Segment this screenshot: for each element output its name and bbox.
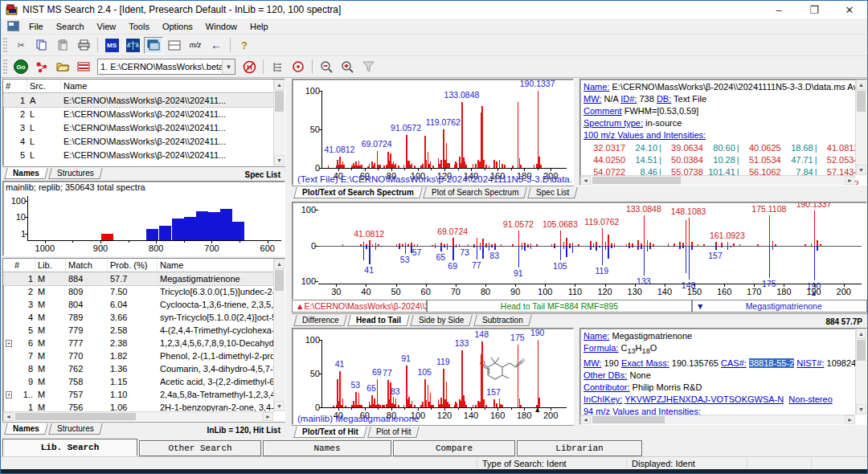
h2t-tab[interactable]: Subtraction bbox=[473, 315, 531, 326]
hyperlink[interactable]: Exact Mass: bbox=[621, 358, 669, 368]
hit-list-vscrollbar[interactable]: ▲▼ bbox=[273, 259, 285, 411]
hit-list-row[interactable]: 9M7581.15Acetic acid, 3-(2,2-dimethyl-6-… bbox=[3, 375, 285, 388]
spec-list-tab[interactable]: Names bbox=[4, 168, 47, 179]
substructure-tree-icon[interactable] bbox=[268, 59, 287, 76]
column-header[interactable]: # bbox=[3, 259, 35, 272]
hit-list-row[interactable]: 7M7701.82Phenol, 2-(1,1-dimethyl-2-prope… bbox=[3, 349, 285, 362]
back-arrow-icon[interactable]: ← bbox=[207, 37, 226, 54]
menu-help[interactable]: Help bbox=[244, 20, 275, 33]
hit-list-tab[interactable]: Names bbox=[4, 423, 47, 435]
h2t-tab[interactable]: Difference bbox=[293, 315, 347, 326]
main-tab-librarian[interactable]: Librarian bbox=[517, 440, 642, 456]
column-header[interactable]: Prob. (%) bbox=[108, 259, 158, 272]
spec-list-row[interactable]: 2LE:\CERNO\MassWorks\β-2024\\202411... bbox=[3, 107, 285, 121]
main-tab-other-search[interactable]: Other Search bbox=[139, 440, 261, 456]
chevron-down-icon[interactable]: ▼ bbox=[222, 59, 235, 74]
hit-info-hscrollbar[interactable]: ◄► bbox=[580, 415, 855, 424]
menu-window[interactable]: Window bbox=[199, 20, 244, 33]
search-info-vscrollbar[interactable]: ▲▼ bbox=[855, 80, 866, 175]
spec-list-row[interactable]: 1AE:\CERNO\MassWorks\β-2024\\202411... bbox=[3, 93, 285, 107]
expand-toggle[interactable]: + bbox=[3, 391, 14, 398]
help-icon[interactable]: ? bbox=[235, 37, 254, 54]
copy-icon[interactable] bbox=[32, 37, 51, 54]
paste-icon[interactable] bbox=[53, 37, 72, 54]
hyperlink[interactable]: CAS#: bbox=[721, 358, 747, 368]
libraries-icon[interactable] bbox=[123, 37, 142, 54]
hit-plot-tab[interactable]: Plot of Hit bbox=[367, 427, 420, 438]
spec-list-tab[interactable]: Structures bbox=[48, 168, 102, 179]
column-header[interactable]: Name bbox=[61, 80, 285, 92]
column-header[interactable]: Src. bbox=[27, 80, 61, 92]
mdi-child-icon[interactable] bbox=[7, 21, 19, 31]
h2t-tab[interactable]: Head to Tail bbox=[348, 315, 410, 326]
hit-list-row[interactable]: 2M8097.50Tricyclo[6.3.0.0(1,5)]undec-2-e… bbox=[3, 285, 285, 298]
filter-icon[interactable] bbox=[358, 59, 378, 76]
hit-list-row[interactable]: +6M7772.381,2,3,4,5,6,7,8,9,10-Decahydro… bbox=[3, 337, 285, 349]
hyperlink[interactable]: InChIKey: bbox=[583, 394, 622, 404]
column-header[interactable]: Match bbox=[66, 259, 108, 272]
hit-list-row[interactable]: 1M88457.7Megastigmatrienone bbox=[3, 272, 285, 285]
print-icon[interactable] bbox=[74, 37, 93, 54]
hyperlink[interactable]: Formula: bbox=[583, 343, 618, 353]
ms-display-icon[interactable]: MS bbox=[102, 37, 121, 54]
expand-icon[interactable]: + bbox=[6, 391, 12, 398]
search-plot-tab[interactable]: Spec List bbox=[527, 187, 578, 198]
hyperlink[interactable]: Comment bbox=[583, 106, 622, 116]
minimize-button[interactable]: – bbox=[761, 1, 796, 18]
hyperlink[interactable]: Name: bbox=[583, 331, 609, 341]
h2t-file-segment[interactable]: ▲E:\CERNO\MassWorks\β-2024\\20241111N5-3 bbox=[292, 300, 427, 313]
go-button[interactable]: Go bbox=[11, 59, 31, 76]
open-folder-icon[interactable] bbox=[53, 59, 72, 76]
column-header[interactable]: Name bbox=[158, 259, 285, 272]
hit-list-hscrollbar[interactable]: ◄► bbox=[3, 411, 273, 421]
spec-list-vscrollbar[interactable]: ▲▼ bbox=[273, 80, 285, 165]
menu-view[interactable]: View bbox=[91, 20, 123, 33]
menu-options[interactable]: Options bbox=[156, 20, 199, 33]
main-tab-names[interactable]: Names bbox=[263, 440, 391, 456]
zoom-out-icon[interactable] bbox=[317, 59, 336, 76]
hit-list-row[interactable]: 4M7893.66syn-Tricyclo[5.1.0.0(2,4)]oct-5… bbox=[3, 311, 285, 324]
main-tab-compare[interactable]: Compare bbox=[393, 440, 515, 456]
spectrum-combo[interactable]: 1. E:\CERNO\MassWorks\.beta.-20 ▼ bbox=[97, 59, 235, 75]
hyperlink[interactable]: NIST#: bbox=[796, 358, 824, 368]
search-plot-tab[interactable]: Plot/Text of Search Spectrum bbox=[293, 187, 422, 198]
search-plot-tab[interactable]: Plot of Search Spectrum bbox=[423, 187, 527, 198]
expand-icon[interactable]: + bbox=[6, 340, 12, 347]
hit-plot-tab[interactable]: Plot/Text of Hit bbox=[293, 427, 366, 438]
spec-list-row[interactable]: 3LE:\CERNO\MassWorks\β-2024\\202411... bbox=[3, 121, 285, 134]
hyperlink[interactable]: Name: bbox=[583, 82, 609, 92]
spec-list-row[interactable]: 4LE:\CERNO\MassWorks\β-2024\\202411... bbox=[3, 134, 285, 148]
hyperlink[interactable]: ID#: bbox=[620, 94, 637, 104]
hit-list-row[interactable]: +1..M7571.102,4a,5,8a-Tetramethyl-1,2,3,… bbox=[3, 388, 285, 401]
hit-list-row[interactable]: 5M7792.584-(2,4,4-Trimethyl-cyclohexa-1,… bbox=[3, 324, 285, 337]
hit-info-vscrollbar[interactable]: ▲▼ bbox=[855, 329, 866, 415]
menu-search[interactable]: Search bbox=[50, 20, 91, 33]
column-header[interactable]: Lib. bbox=[35, 259, 66, 272]
zoom-in-icon[interactable] bbox=[338, 59, 357, 76]
structure-search-icon[interactable] bbox=[32, 59, 51, 76]
hyperlink[interactable]: Contributor: bbox=[583, 382, 629, 392]
target-icon[interactable] bbox=[289, 59, 308, 76]
hyperlink[interactable]: Spectrum type: bbox=[583, 118, 643, 128]
hyperlink[interactable]: MW: bbox=[583, 94, 601, 104]
cut-icon[interactable]: ✂ bbox=[11, 37, 31, 54]
hit-list-row[interactable]: 8M7621.36Coumarin, 3,4-dihydro-4,5,7-tri… bbox=[3, 362, 285, 375]
spec-list-row[interactable]: 5LE:\CERNO\MassWorks\β-2024\\202411... bbox=[3, 148, 285, 161]
menu-file[interactable]: File bbox=[23, 20, 50, 33]
mz-icon[interactable]: m/z bbox=[186, 37, 205, 54]
hit-list-row[interactable]: 3M8046.04Cycloocta-1,3,6-triene, 2,3,5,5… bbox=[3, 298, 285, 311]
hyperlink[interactable]: 100 m/z Values and Intensities: bbox=[583, 130, 706, 140]
main-tab-lib-search[interactable]: Lib. Search bbox=[2, 439, 137, 456]
hyperlink[interactable]: Other DBs: bbox=[583, 370, 627, 380]
h2t-tab[interactable]: Side by Side bbox=[411, 315, 473, 326]
menu-tools[interactable]: Tools bbox=[122, 20, 156, 33]
display-panes-icon[interactable] bbox=[144, 37, 163, 54]
hit-list-tab[interactable]: Structures bbox=[48, 423, 102, 435]
hyperlink[interactable]: Non-stereo bbox=[788, 394, 832, 404]
close-button[interactable]: ✕ bbox=[832, 1, 867, 18]
restore-button[interactable]: ❐ bbox=[796, 1, 832, 18]
search-info-hscrollbar[interactable]: ◄► bbox=[580, 175, 855, 185]
column-header[interactable]: # bbox=[3, 80, 27, 92]
hyperlink[interactable]: YKVWPZJHENXDAJ-VOTSOKGWSA-N bbox=[624, 394, 784, 404]
h2t-hit-segment[interactable]: ▼Megastigmatrienone bbox=[692, 300, 867, 313]
